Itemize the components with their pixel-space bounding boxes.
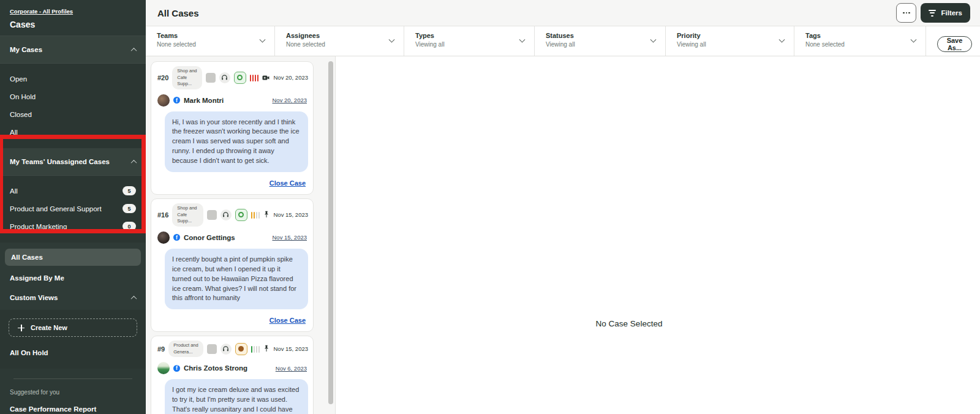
case-card[interactable]: #16 Shop and Cafe Supp... Nov 15, 2023 f…: [151, 198, 314, 332]
views-section: All Cases Assigned By Me Custom Views: [0, 243, 146, 310]
sidebar-item-all-on-hold[interactable]: All On Hold: [0, 343, 146, 363]
chevron-down-icon: [911, 37, 917, 43]
sidebar: Corporate - All Profiles Cases My Cases …: [0, 0, 146, 414]
message-bubble: Hi, I was in your store recently and I t…: [165, 111, 308, 173]
author-name: Chris Zotos Strong: [184, 364, 247, 372]
avatar: [157, 231, 170, 244]
app-window: Corporate - All Profiles Cases My Cases …: [0, 0, 980, 414]
my-cases-items: Open On Hold Closed All: [0, 64, 146, 148]
count-badge: 5: [123, 186, 136, 195]
headset-icon: [221, 344, 232, 355]
sidebar-item-all-cases[interactable]: All Cases: [5, 249, 141, 266]
author-row: f Chris Zotos Strong Nov 6, 2023: [151, 360, 313, 378]
camera-icon: [262, 72, 270, 83]
priority-low-bars-icon: [251, 345, 260, 353]
suggested-section: Suggested for you Case Performance Repor…: [0, 379, 146, 413]
team-pill: Shop and Cafe Supp...: [172, 203, 203, 227]
section-unassigned-label: My Teams' Unassigned Cases: [10, 158, 110, 165]
sidebar-item-closed[interactable]: Closed: [0, 105, 146, 123]
status-on-hold-icon: [235, 343, 247, 355]
filters-button[interactable]: Filters: [921, 3, 970, 23]
filter-priority[interactable]: Priority Viewing all: [666, 26, 794, 56]
section-custom-views[interactable]: Custom Views: [0, 288, 146, 307]
filter-tags[interactable]: Tags None selected: [794, 26, 926, 56]
assignee-avatar-placeholder: [207, 210, 217, 220]
headset-icon: [219, 72, 230, 83]
case-card-header: #9 Product and Genera... Nov 15, 2023: [151, 336, 313, 360]
custom-views-items: Create New All On Hold: [0, 310, 146, 369]
case-date: Nov 15, 2023: [273, 345, 308, 352]
priority-medium-bars-icon: [251, 211, 260, 219]
case-date: Nov 20, 2023: [273, 74, 308, 81]
facebook-icon: f: [173, 365, 180, 372]
section-my-cases[interactable]: My Cases: [0, 36, 146, 64]
case-card[interactable]: #20 Shop and Cafe Supp... Nov 20, 2023 f…: [151, 61, 314, 195]
priority-urgent-bars-icon: [250, 74, 259, 81]
suggested-label: Suggested for you: [10, 389, 136, 396]
save-as-area: Save As...: [926, 26, 980, 56]
chevron-up-icon: [131, 47, 137, 53]
section-my-cases-label: My Cases: [10, 46, 42, 53]
filter-types[interactable]: Types Viewing all: [404, 26, 535, 56]
case-card-header: #16 Shop and Cafe Supp... Nov 15, 2023: [151, 199, 313, 230]
close-case-row: Close Case: [151, 175, 313, 194]
chevron-up-icon: [131, 295, 137, 301]
message-bubble: I got my ice cream deluxe and was excite…: [165, 379, 308, 414]
facebook-icon: f: [173, 234, 180, 241]
breadcrumb[interactable]: Corporate - All Profiles: [10, 8, 73, 15]
message-date-link[interactable]: Nov 6, 2023: [276, 365, 307, 372]
assignee-avatar-placeholder: [206, 73, 216, 83]
chevron-down-icon: [779, 37, 785, 43]
assignee-avatar-placeholder: [207, 344, 217, 354]
team-pill: Product and Genera...: [168, 341, 203, 357]
sidebar-item-on-hold[interactable]: On Hold: [0, 88, 146, 105]
count-badge: 0: [123, 222, 136, 231]
facebook-icon: f: [173, 97, 180, 104]
count-badge: 5: [123, 204, 136, 213]
filter-teams[interactable]: Teams None selected: [146, 26, 275, 56]
message-date-link[interactable]: Nov 15, 2023: [272, 234, 307, 241]
sidebar-item-product-general-support[interactable]: Product and General Support 5: [0, 200, 146, 217]
avatar: [157, 362, 170, 374]
save-as-button[interactable]: Save As...: [937, 36, 972, 52]
list-scrollbar[interactable]: [328, 61, 333, 404]
headset-icon: [221, 209, 232, 220]
close-case-link[interactable]: Close Case: [270, 317, 306, 324]
filter-assignees[interactable]: Assignees None selected: [275, 26, 404, 56]
chevron-down-icon: [519, 37, 526, 43]
plus-icon: [18, 325, 24, 331]
header-actions: Filters: [896, 3, 970, 23]
chevron-down-icon: [650, 37, 657, 43]
unassigned-items: All 5 Product and General Support 5 Prod…: [0, 176, 146, 243]
chevron-up-icon: [131, 159, 137, 165]
filter-statuses[interactable]: Statuses Viewing all: [535, 26, 666, 56]
case-number: #9: [157, 345, 165, 353]
case-detail-panel: No Case Selected: [335, 56, 980, 414]
message-bubble: I recently bought a pint of pumpkin spik…: [165, 249, 308, 310]
case-list: #20 Shop and Cafe Supp... Nov 20, 2023 f…: [146, 56, 335, 414]
team-pill: Shop and Cafe Supp...: [172, 66, 202, 89]
sidebar-item-case-performance-report[interactable]: Case Performance Report: [10, 405, 136, 413]
close-case-link[interactable]: Close Case: [270, 179, 306, 187]
section-unassigned-cases[interactable]: My Teams' Unassigned Cases: [0, 148, 146, 176]
case-card-header: #20 Shop and Cafe Supp... Nov 20, 2023: [151, 62, 313, 92]
sidebar-item-assigned-by-me[interactable]: Assigned By Me: [0, 268, 146, 288]
sidebar-item-open[interactable]: Open: [0, 70, 146, 88]
sidebar-title: Cases: [10, 20, 136, 29]
page-title: All Cases: [157, 8, 199, 18]
message-date-link[interactable]: Nov 20, 2023: [272, 97, 307, 104]
ellipsis-icon: [903, 12, 905, 14]
create-new-button[interactable]: Create New: [9, 318, 137, 337]
more-options-button[interactable]: [896, 3, 916, 23]
filter-icon: [929, 10, 936, 17]
sidebar-item-unassigned-all[interactable]: All 5: [0, 182, 146, 200]
close-case-row: Close Case: [151, 312, 313, 331]
status-open-icon: [234, 72, 246, 84]
author-name: Conor Gettings: [184, 234, 235, 241]
pushpin-icon: [263, 344, 270, 355]
sidebar-item-all[interactable]: All: [0, 123, 146, 141]
case-card[interactable]: #9 Product and Genera... Nov 15, 2023 f …: [151, 336, 314, 414]
avatar: [157, 94, 170, 107]
case-date: Nov 15, 2023: [273, 211, 308, 218]
sidebar-item-product-marketing[interactable]: Product Marketing 0: [0, 217, 146, 235]
